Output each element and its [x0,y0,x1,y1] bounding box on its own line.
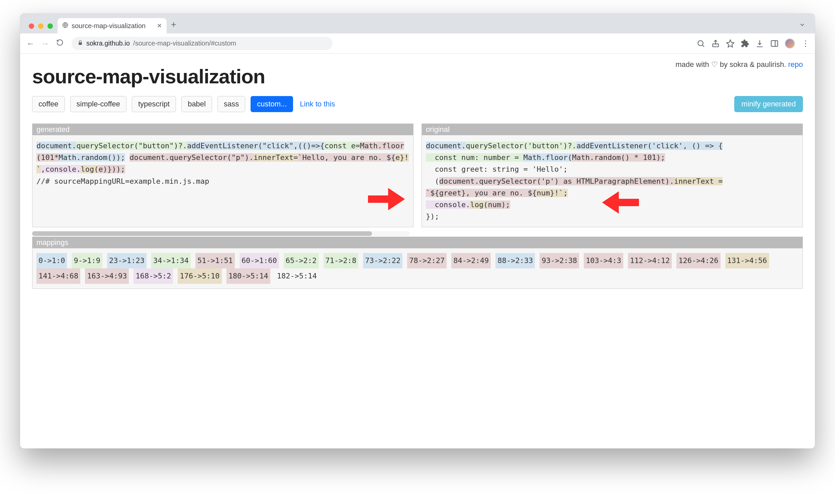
code-token: console. [426,200,470,209]
browser-tab[interactable]: source-map-visualization ✕ [58,18,167,34]
mapping-token[interactable]: 60->1:60 [240,253,279,268]
code-comment: //# sourceMappingURL=example.min.js.map [37,177,209,185]
side-panel-icon[interactable] [770,39,779,48]
search-icon[interactable] [696,39,705,48]
mapping-token[interactable]: 23->1:23 [107,253,146,268]
code-token: document. [439,177,479,185]
mapping-token[interactable]: 168->5:2 [134,268,173,284]
code-token: const e= [325,142,360,150]
example-typescript-button[interactable]: typescript [132,96,176,112]
tab-close-icon[interactable]: ✕ [157,22,162,29]
code-token: addEventListener("click",(()=>{ [187,142,325,150]
mapping-token[interactable]: 112->4:12 [628,253,672,268]
code-token: querySelector("button")?. [76,142,187,150]
code-token: const [426,153,461,162]
mapping-token[interactable]: 141->4:68 [37,268,80,284]
mapping-token[interactable]: 180->5:14 [226,268,270,284]
url-host: sokra.github.io [86,40,130,47]
credits-prefix: made with [675,60,711,68]
traffic-lights [24,23,58,34]
svg-point-1 [698,40,703,45]
mapping-token[interactable]: 131->4:56 [725,253,769,268]
example-custom-button[interactable]: custom... [250,96,293,112]
mapping-token[interactable]: 176->5:10 [178,268,222,284]
bookmark-star-icon[interactable] [726,39,735,48]
share-icon[interactable] [711,39,720,48]
profile-avatar[interactable] [785,39,795,48]
mapping-token[interactable]: 163->4:93 [85,268,129,284]
browser-window: source-map-visualization ✕ ＋ ← → sokra.g… [20,13,815,448]
credits: made with ♡ by sokra & paulirish. repo [675,60,803,69]
annotation-arrow-right-icon [368,184,405,216]
code-token: `Hello, you are no. ${ [298,153,395,162]
code-token: document. [129,153,169,162]
browser-menu-icon[interactable]: ⋮ [801,39,810,48]
code-token: ,console. [41,165,81,173]
window-close-button[interactable] [29,23,34,29]
example-sass-button[interactable]: sass [218,96,245,112]
mapping-token[interactable]: 93->2:38 [539,253,579,268]
mapping-token[interactable]: 78->2:27 [407,253,447,268]
window-maximize-button[interactable] [47,23,53,29]
mapping-token[interactable]: 88->2:33 [495,253,535,268]
mapping-token[interactable]: 126->4:26 [676,253,720,268]
code-token: e)})); [98,165,125,173]
code-token: innerText = [674,177,723,185]
link-to-this[interactable]: Link to this [300,100,335,108]
code-token: }); [426,212,439,221]
browser-tabbar: source-map-visualization ✕ ＋ [20,13,815,34]
address-bar[interactable]: sokra.github.io/source-map-visualization… [72,37,332,50]
code-token: document. [426,142,466,150]
browser-actions: ⋮ [696,39,810,48]
mapping-token[interactable]: 9->1:9 [72,253,102,268]
extensions-icon[interactable] [741,39,749,48]
generated-scrollbar[interactable] [32,231,410,236]
window-minimize-button[interactable] [38,23,43,29]
generated-code[interactable]: document.querySelector("button")?.addEve… [33,135,413,192]
code-token: Math.random()); [59,153,125,162]
mapping-token[interactable]: 182->5:14 [275,268,319,284]
code-token: addEventListener('click', () => { [576,142,722,150]
new-tab-button[interactable]: ＋ [169,18,178,30]
globe-icon [62,22,68,30]
scrollbar-thumb[interactable] [32,231,372,236]
code-token: `${ [426,189,439,197]
mapping-token[interactable]: 73->2:22 [363,253,403,268]
mapping-token[interactable]: 71->2:8 [324,253,359,268]
downloads-icon[interactable] [755,39,764,48]
mappings-list[interactable]: 0->1:09->1:923->1:2334->1:3451->1:5160->… [33,248,802,288]
mapping-token[interactable]: 65->2:2 [284,253,319,268]
url-path: /source-map-visualization/#custom [133,40,236,47]
repo-link[interactable]: repo [788,60,803,68]
tabs-overflow-icon[interactable] [799,21,806,29]
example-babel-button[interactable]: babel [181,96,212,112]
example-coffee-button[interactable]: coffee [32,96,65,112]
mapping-token[interactable]: 84->2:49 [451,253,491,268]
mappings-panel-title: mappings [33,237,802,248]
mapping-token[interactable]: 51->1:51 [196,253,235,268]
code-token: Math.floor( [523,153,572,162]
code-token: greet}, you are no. ${ [439,189,536,197]
code-token: innerText= [253,153,298,162]
nav-reload-button[interactable] [55,39,65,48]
nav-forward-button[interactable]: → [40,39,50,48]
mapping-token[interactable]: 103->4:3 [584,253,623,268]
code-token: num: number = [461,153,523,162]
mapping-token[interactable]: 34->1:34 [151,253,191,268]
mapping-token[interactable]: 0->1:0 [37,253,67,268]
code-token: ( [426,177,439,185]
code-token: querySelector('p') as HTMLParagraphEleme… [479,177,674,185]
minify-generated-button[interactable]: minify generated [734,96,803,112]
code-token: querySelector('button')?. [466,142,576,150]
code-token: num}!`; [536,189,568,197]
generated-panel: generated document.querySelector("button… [32,123,413,227]
heart-icon: ♡ [711,60,718,68]
original-panel-title: original [422,124,802,135]
tab-title: source-map-visualization [72,22,145,30]
code-token: const [426,165,461,173]
code-token: Math.random() * 101); [572,153,665,162]
code-token: log( [470,200,488,209]
annotation-arrow-left-icon [602,187,639,219]
nav-back-button[interactable]: ← [25,39,36,48]
example-simple-coffee-button[interactable]: simple-coffee [70,96,126,112]
